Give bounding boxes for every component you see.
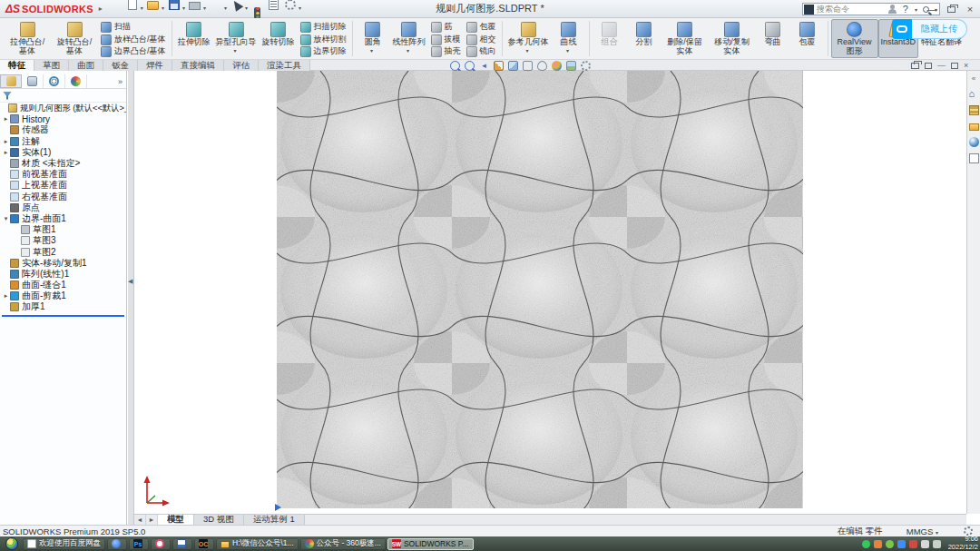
taskbar-item[interactable]: H:\微信公众号\1... xyxy=(216,538,299,550)
tab-钣金[interactable]: 钣金 xyxy=(103,60,138,71)
ribbon-button[interactable]: 旋转凸台/基体 xyxy=(51,19,98,58)
tree-item-annotations[interactable]: ▸注解 xyxy=(0,136,126,147)
home-icon[interactable] xyxy=(109,4,123,17)
ribbon-button[interactable]: 分割 xyxy=(627,19,662,58)
tree-filter-row[interactable] xyxy=(0,89,126,103)
ribbon-button[interactable]: 移动/复制实体 xyxy=(709,19,756,58)
doc-close-icon[interactable]: × xyxy=(964,60,968,71)
tree-expander-icon[interactable]: ▾ xyxy=(2,215,10,222)
featuremanager-tab[interactable] xyxy=(0,74,22,88)
units-selector[interactable]: MMGS ▾ xyxy=(906,526,940,536)
undo-icon[interactable] xyxy=(209,4,223,17)
view-settings-icon[interactable] xyxy=(581,61,591,71)
doc-maximize-icon[interactable] xyxy=(951,63,958,69)
ribbon-caret-icon[interactable]: ▾ xyxy=(407,47,409,54)
file-explorer-icon[interactable] xyxy=(969,123,979,131)
taskbar-item[interactable]: SWSOLIDWORKS P... xyxy=(387,538,474,550)
tree-item-sketch[interactable]: 草图1 xyxy=(0,224,126,235)
help-caret-icon[interactable]: ▾ xyxy=(915,6,917,13)
ribbon-button[interactable]: 放样切割 xyxy=(298,34,349,46)
expand-taskpane-icon[interactable]: « xyxy=(972,74,975,83)
tree-root-item[interactable]: 规则几何图形 (默认<<默认>_显示状态 xyxy=(0,103,126,113)
view-orientation-icon[interactable] xyxy=(508,61,518,71)
ribbon-button[interactable]: 包覆 xyxy=(464,21,499,34)
tab-渲染工具[interactable]: 渲染工具 xyxy=(259,60,310,71)
tile-icon[interactable] xyxy=(925,63,932,69)
ribbon-button[interactable]: 筋 xyxy=(428,21,464,34)
previous-view-icon[interactable]: ◂ xyxy=(479,61,489,71)
search-scope-icon[interactable] xyxy=(804,5,814,15)
ribbon-button[interactable]: 抽壳 xyxy=(428,45,464,58)
ribbon-button[interactable]: 曲线▾ xyxy=(552,19,586,58)
orange-app-tray-icon[interactable] xyxy=(874,540,882,548)
new-icon-caret[interactable]: ▾ xyxy=(141,5,143,11)
options-icon[interactable] xyxy=(283,0,298,12)
close-button[interactable]: × xyxy=(964,4,976,15)
ribbon-button[interactable]: 拉伸凸台/基体 xyxy=(4,19,51,58)
collapse-panel-icon[interactable]: ◀ xyxy=(128,278,132,285)
model-tab-模型[interactable]: 模型 xyxy=(158,515,194,525)
tab-评估[interactable]: 评估 xyxy=(224,60,259,71)
ribbon-caret-icon[interactable]: ▾ xyxy=(234,47,237,54)
ribbon-button[interactable]: 旋转切除 xyxy=(260,19,298,58)
tree-expander-icon[interactable]: ▸ xyxy=(2,149,10,156)
rollback-bar[interactable] xyxy=(2,315,124,317)
propertymanager-tab[interactable] xyxy=(22,74,44,88)
ribbon-button[interactable]: 异型孔向导▾ xyxy=(213,19,260,58)
network-tray-icon[interactable] xyxy=(933,540,941,548)
tab-焊件[interactable]: 焊件 xyxy=(138,60,172,71)
tree-expander-icon[interactable]: ▸ xyxy=(2,115,10,123)
ribbon-button[interactable]: RealView 图形 xyxy=(831,19,878,58)
model-tab-3D 视图[interactable]: 3D 视图 xyxy=(194,515,244,525)
save-icon[interactable] xyxy=(167,0,181,12)
tab-草图[interactable]: 草图 xyxy=(34,60,69,71)
taskbar-item[interactable] xyxy=(172,538,192,550)
section-view-icon[interactable] xyxy=(494,61,504,71)
minimize-button[interactable]: — xyxy=(926,4,938,15)
display-style-icon[interactable] xyxy=(523,61,533,71)
edit-appearance-icon[interactable] xyxy=(552,61,562,71)
green-dot-tray-icon[interactable] xyxy=(862,540,870,548)
ribbon-button[interactable]: 边界凸台/基体 xyxy=(98,45,169,58)
start-button[interactable] xyxy=(5,537,18,550)
print-icon[interactable] xyxy=(188,0,202,13)
ribbon-caret-icon[interactable]: ▾ xyxy=(566,47,569,54)
ribbon-button[interactable]: 组合 xyxy=(593,19,627,58)
ribbon-caret-icon[interactable]: ▾ xyxy=(526,47,529,54)
model-tabs-right-arrow[interactable]: ► xyxy=(146,515,158,525)
taskbar-clock[interactable]: 9:06 2022/12/2 xyxy=(948,536,978,551)
taskbar-item[interactable]: Ps xyxy=(129,538,149,550)
tree-item-sketch[interactable]: 草图3 xyxy=(0,235,126,246)
tab-直接编辑[interactable]: 直接编辑 xyxy=(172,60,224,71)
tree-item-thicken[interactable]: 加厚1 xyxy=(0,301,126,312)
ribbon-button[interactable]: 镜向 xyxy=(464,45,499,58)
ribbon-button[interactable]: 删除/保留实体 xyxy=(662,19,709,58)
file-properties-icon[interactable] xyxy=(267,0,281,11)
open-icon-caret[interactable]: ▾ xyxy=(162,5,164,11)
resources-home-icon[interactable]: ⌂ xyxy=(969,89,979,99)
ribbon-button[interactable]: 扫描 xyxy=(98,21,169,34)
ribbon-caret-icon[interactable]: ▾ xyxy=(370,47,373,54)
login-user-icon[interactable] xyxy=(887,5,897,14)
print-icon-caret[interactable]: ▾ xyxy=(203,5,206,11)
tree-item-sensors[interactable]: 传感器 xyxy=(0,124,126,135)
doc-minimize-icon[interactable]: — xyxy=(937,60,946,71)
apply-scene-icon[interactable] xyxy=(566,61,576,71)
open-icon[interactable] xyxy=(146,0,161,13)
configurationmanager-tab[interactable] xyxy=(44,74,65,88)
restore-button[interactable] xyxy=(945,4,957,15)
tab-特征[interactable]: 特征 xyxy=(0,60,34,71)
tree-tabs-more-icon[interactable]: » xyxy=(118,77,122,86)
cascade-icon[interactable] xyxy=(911,63,919,69)
ribbon-button[interactable]: 扫描切除 xyxy=(298,21,349,34)
ribbon-button[interactable]: 包覆 xyxy=(790,19,825,58)
tree-expander-icon[interactable]: ▸ xyxy=(2,138,10,145)
save-icon-caret[interactable]: ▾ xyxy=(182,5,185,11)
menu-expand-arrow[interactable]: ▸ xyxy=(99,5,103,13)
model-tabs-left-arrow[interactable]: ◄ xyxy=(134,515,146,525)
taskbar-item[interactable]: 公众号 - 360极速... xyxy=(300,538,386,550)
hide-show-items-icon[interactable] xyxy=(537,61,547,71)
ribbon-button[interactable]: 相交 xyxy=(464,34,499,46)
zoom-to-area-icon[interactable] xyxy=(465,61,475,71)
hide-upload-button[interactable]: 隐藏上传 xyxy=(912,19,967,39)
